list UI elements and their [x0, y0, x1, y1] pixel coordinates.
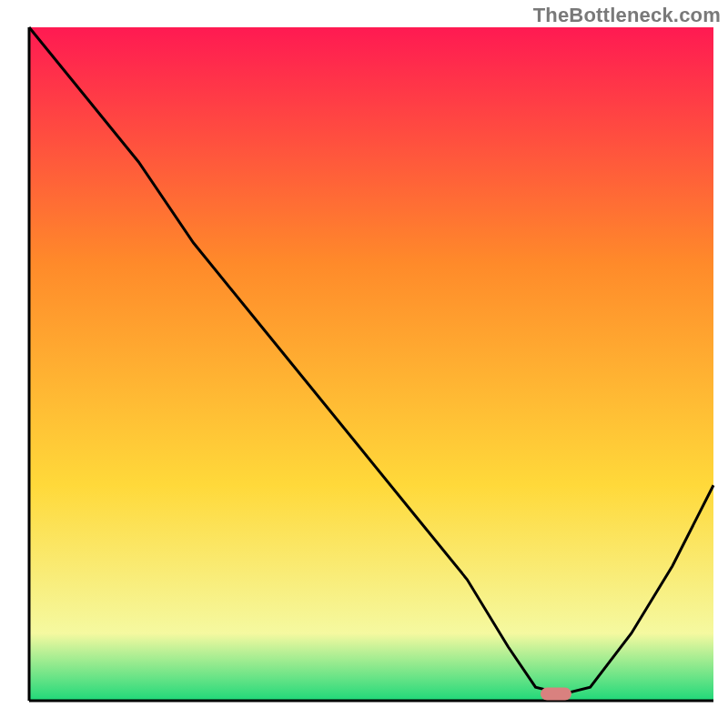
chart-svg [0, 0, 728, 728]
bottleneck-chart: TheBottleneck.com [0, 0, 728, 728]
optimum-marker [541, 688, 571, 701]
gradient-background [29, 27, 713, 701]
